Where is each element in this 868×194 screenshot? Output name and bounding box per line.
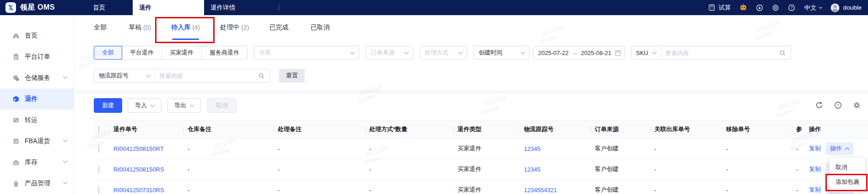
- product-management-icon: [12, 180, 20, 187]
- chevron-down-icon: [458, 50, 463, 54]
- sidebar-item-warehouse-service[interactable]: 仓储服务: [0, 67, 74, 89]
- table-row: RI00412508150RT - - - 买家退件 12345 客户创建 - …: [94, 139, 868, 159]
- sku-search-input[interactable]: [661, 50, 779, 56]
- row-action-label: 操作: [830, 144, 842, 153]
- process-note-value: -: [278, 166, 369, 173]
- tracking-no-link[interactable]: 12345: [524, 145, 540, 152]
- tab-completed[interactable]: 已完成: [269, 15, 290, 40]
- sidebar-item-label: 首页: [25, 32, 38, 40]
- tab-count: (2): [241, 24, 249, 31]
- svg-text:a: a: [15, 139, 17, 144]
- topbar: 领星 OMS 首页 退件 退件详情 试算: [0, 0, 868, 15]
- order-no-link[interactable]: RI00412508150RS: [113, 166, 164, 173]
- tab-all[interactable]: 全部: [94, 15, 108, 40]
- return-type-value: 买家退件: [458, 165, 524, 173]
- chevron-down-icon: [521, 50, 525, 54]
- sidebar-item-home[interactable]: 首页: [0, 25, 74, 46]
- header-process-note: 处理备注: [278, 125, 369, 133]
- warehouse-note-value: -: [188, 145, 278, 152]
- download-icon[interactable]: [756, 4, 763, 11]
- sidebar-item-returns[interactable]: 退件: [0, 89, 74, 110]
- sku-field-select[interactable]: SKU: [631, 46, 661, 59]
- copy-link[interactable]: 复制: [809, 165, 821, 173]
- refresh-icon[interactable]: [815, 101, 823, 109]
- header-removal-no: 移除单号: [726, 125, 796, 133]
- reset-button[interactable]: 重置: [279, 69, 305, 83]
- segment-provider-return[interactable]: 服务商退件: [202, 46, 247, 59]
- topnav-return-detail[interactable]: 退件详情: [210, 0, 235, 15]
- tracking-no-link[interactable]: 12345: [524, 166, 540, 173]
- sidebar-item-platform-orders[interactable]: 平台订单: [0, 46, 74, 67]
- menu-item-add-package[interactable]: 添加包裹: [830, 175, 865, 189]
- warehouse-note-value: -: [188, 166, 278, 173]
- user-menu[interactable]: double: [830, 3, 862, 12]
- tracking-no-link[interactable]: 1234554321: [524, 187, 557, 194]
- new-button[interactable]: 新建: [94, 98, 122, 113]
- return-type-value: 买家退件: [458, 186, 524, 194]
- topnav-returns-active-tab[interactable]: 退件: [133, 0, 204, 15]
- header-order-source: 订单来源: [595, 125, 654, 133]
- order-source-select[interactable]: 订单来源: [366, 46, 413, 60]
- watermark: 1011004double: [776, 98, 802, 118]
- copy-link[interactable]: 复制: [809, 186, 821, 194]
- tracking-field-select[interactable]: 物流跟踪号: [94, 69, 155, 82]
- warehouse-service-icon: [12, 74, 20, 82]
- row-checkbox[interactable]: [98, 166, 99, 173]
- header-order-no: 退件单号: [113, 125, 188, 133]
- date-type-select[interactable]: 创建时间: [474, 46, 529, 60]
- tracking-search-input[interactable]: [155, 72, 258, 79]
- row-action-button[interactable]: 操作: [825, 142, 853, 155]
- help-icon[interactable]: ?: [788, 4, 795, 11]
- trial-button[interactable]: 试算: [708, 4, 731, 12]
- return-type-value: 买家退件: [458, 144, 524, 153]
- sidebar-item-label: 退件: [25, 95, 38, 103]
- outbound-no-value: -: [654, 166, 726, 173]
- help-circle-icon[interactable]: ?: [834, 101, 842, 109]
- chevron-down-icon: [652, 50, 657, 54]
- segment-all[interactable]: 全部: [94, 46, 122, 59]
- robot-assistant-icon[interactable]: [739, 4, 747, 11]
- topnav-home[interactable]: 首页: [93, 0, 105, 15]
- topnav-returns-label: 退件: [139, 4, 151, 12]
- select-all-checkbox[interactable]: [98, 126, 99, 133]
- search-icon[interactable]: [258, 72, 265, 79]
- row-checkbox[interactable]: [98, 186, 99, 194]
- sidebar-item-product-management[interactable]: 产品管理: [0, 173, 74, 194]
- process-qty-value: -: [369, 187, 458, 194]
- date-type-label: 创建时间: [479, 49, 517, 57]
- tab-processing[interactable]: 处理中 (2): [220, 15, 249, 40]
- date-range-picker[interactable]: 2025-07-22 → 2025-08-21: [533, 46, 625, 60]
- tracking-field-label: 物流跟踪号: [99, 72, 142, 80]
- warehouse-select[interactable]: 仓库: [254, 46, 359, 60]
- process-method-select[interactable]: 处理方式: [420, 46, 467, 60]
- gear-icon[interactable]: [772, 4, 779, 11]
- tab-draft[interactable]: 草稿 (0): [129, 15, 151, 40]
- chevron-down-icon: [350, 50, 355, 54]
- order-no-link[interactable]: RI00412508150RT: [113, 145, 164, 152]
- filter-row-2: 物流跟踪号 重置: [94, 69, 305, 83]
- language-switcher[interactable]: 中文: [804, 4, 822, 12]
- column-settings-icon[interactable]: [853, 101, 861, 109]
- caret-down-icon: [151, 102, 155, 107]
- segment-buyer-return[interactable]: 买家退件: [162, 46, 202, 59]
- search-icon[interactable]: [779, 50, 786, 56]
- import-button[interactable]: 导入: [128, 98, 162, 113]
- sidebar-item-transfer[interactable]: 转运: [0, 110, 74, 131]
- order-no-link[interactable]: RI00412507310RS: [113, 187, 164, 194]
- segment-platform-return[interactable]: 平台退件: [122, 46, 162, 59]
- chevron-down-icon: [63, 180, 68, 184]
- sidebar-item-label: FBA退货: [25, 137, 50, 145]
- tab-pending-inbound[interactable]: 待入库 (4): [171, 15, 200, 40]
- truncated-value: -: [796, 187, 809, 194]
- tab-label: 已取消: [310, 23, 329, 32]
- copy-link[interactable]: 复制: [809, 144, 821, 153]
- export-button[interactable]: 导出: [167, 98, 201, 113]
- sidebar-item-fba-returns[interactable]: a FBA退货: [0, 131, 74, 152]
- cancel-button[interactable]: 取消: [207, 98, 237, 113]
- tab-cancelled[interactable]: 已取消: [310, 15, 331, 40]
- menu-item-cancel[interactable]: 取消: [830, 160, 865, 175]
- sidebar-item-inventory[interactable]: 库存: [0, 152, 74, 173]
- caret-up-icon: [845, 147, 850, 152]
- watermark: 1011004double: [541, 23, 566, 44]
- row-checkbox[interactable]: [98, 145, 99, 153]
